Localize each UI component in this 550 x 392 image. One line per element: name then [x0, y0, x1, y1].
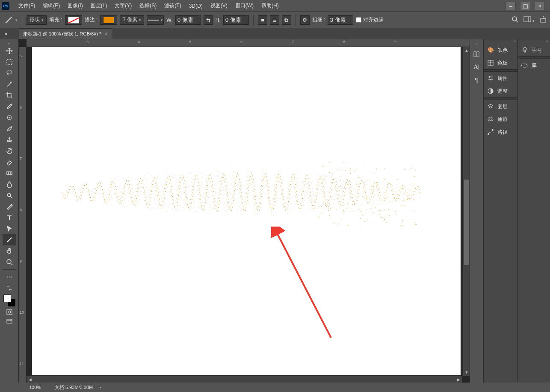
menu-help[interactable]: 帮助(H)	[257, 0, 283, 12]
scroll-up-icon[interactable]: ▲	[463, 47, 470, 54]
dock-collapse-icon[interactable]: »	[518, 39, 550, 44]
tool-healing[interactable]	[3, 112, 16, 123]
ruler-vertical[interactable]: 5 6 7 8 9 10 11	[19, 47, 27, 383]
tool-move[interactable]	[3, 45, 16, 56]
svg-point-140	[329, 162, 330, 163]
tool-dodge[interactable]	[3, 190, 16, 201]
zoom-level[interactable]: 100%	[22, 385, 48, 390]
menu-filter[interactable]: 滤镜(T)	[160, 0, 185, 12]
canvas-viewport[interactable]	[27, 47, 462, 375]
panel-channels[interactable]: 通道	[484, 113, 517, 126]
vertical-scrollbar[interactable]: ▲ ▼	[463, 47, 470, 376]
history-icon[interactable]	[472, 50, 481, 59]
tool-preset-icon[interactable]	[4, 16, 13, 24]
tool-line[interactable]	[3, 234, 16, 245]
window-close-icon[interactable]: ×	[535, 2, 545, 10]
foreground-color-swatch[interactable]	[3, 295, 11, 302]
document-canvas[interactable]	[32, 47, 461, 375]
tool-zoom[interactable]	[3, 256, 16, 268]
width-input[interactable]	[175, 15, 201, 25]
align-edges-checkbox[interactable]: 对齐边缘	[356, 16, 384, 24]
tool-blur[interactable]	[3, 179, 16, 190]
tool-lasso[interactable]	[3, 68, 16, 79]
tool-eyedropper[interactable]	[3, 101, 16, 112]
tool-hand[interactable]	[3, 245, 16, 256]
tool-pen[interactable]	[3, 201, 16, 212]
scroll-left-icon[interactable]: ◀	[27, 376, 33, 383]
menu-window[interactable]: 窗口(W)	[231, 0, 257, 12]
path-align-icon[interactable]: ≣	[270, 15, 279, 25]
doc-size-readout[interactable]: 文档:5.93M/3.00M	[55, 384, 93, 391]
panel-learn[interactable]: 学习	[518, 44, 550, 56]
tool-edit-toolbar[interactable]: ⋯	[3, 271, 16, 283]
document-tab[interactable]: 未标题-1 @ 100% (形状 1, RGB/8#) * ×	[19, 28, 112, 39]
menu-type[interactable]: 文字(Y)	[111, 0, 136, 12]
fill-picker[interactable]	[65, 15, 82, 25]
panel-adjustments[interactable]: 调整	[484, 85, 517, 97]
tool-brush[interactable]	[3, 123, 16, 134]
search-icon[interactable]	[512, 16, 518, 24]
menu-layer[interactable]: 图层(L)	[87, 0, 111, 12]
gear-icon[interactable]: ⚙	[300, 15, 310, 25]
svg-point-58	[414, 176, 415, 177]
tool-clone-stamp[interactable]	[3, 134, 16, 145]
menu-file[interactable]: 文件(F)	[15, 0, 39, 12]
svg-rect-17	[7, 309, 12, 315]
stroke-style-dropdown[interactable]: ▾	[147, 15, 164, 25]
height-input[interactable]	[223, 15, 249, 25]
svg-point-26	[377, 182, 378, 183]
ruler-horizontal[interactable]: 3 4 5 6 7 8 9	[27, 39, 470, 47]
panel-properties[interactable]: 属性	[484, 72, 517, 85]
panel-swatches[interactable]: 色板	[484, 56, 517, 69]
panel-libraries[interactable]: 库	[518, 59, 550, 72]
svg-point-96	[400, 225, 401, 226]
panel-paths[interactable]: 路径	[484, 126, 517, 139]
tool-type[interactable]	[3, 212, 16, 223]
path-arrange-icon[interactable]: ⧉	[282, 15, 291, 25]
tool-magic-wand[interactable]	[3, 79, 16, 90]
menu-image[interactable]: 图像(I)	[64, 0, 86, 12]
status-flyout-icon[interactable]: ▸	[100, 385, 102, 389]
menu-select[interactable]: 选择(S)	[136, 0, 160, 12]
character-icon[interactable]: A|	[472, 62, 481, 72]
menu-view[interactable]: 视图(V)	[207, 0, 231, 12]
tool-gradient[interactable]	[3, 168, 16, 179]
window-maximize-icon[interactable]: ▢	[520, 2, 530, 10]
tabbar-collapse-icon[interactable]: »	[2, 28, 10, 39]
tool-path-selection[interactable]	[3, 223, 16, 234]
swap-colors-icon[interactable]	[5, 284, 14, 292]
chevron-down-icon: ▾	[161, 18, 163, 22]
tool-preset-dropdown-icon[interactable]: ▾	[15, 18, 18, 22]
channels-icon	[487, 116, 494, 123]
stroke-picker[interactable]	[100, 15, 117, 25]
horizontal-scrollbar[interactable]: ◀ ▶	[27, 376, 462, 383]
window-minimize-icon[interactable]: –	[506, 2, 516, 10]
shape-mode-dropdown[interactable]: 形状 ▾	[27, 15, 47, 25]
panel-color[interactable]: 🎨 颜色	[484, 44, 517, 56]
strip-collapse-icon[interactable]: «	[470, 42, 483, 46]
weight-input[interactable]	[328, 15, 353, 25]
link-wh-icon[interactable]: ⇆	[204, 15, 213, 25]
paragraph-icon[interactable]: ¶	[472, 75, 481, 85]
tool-marquee[interactable]	[3, 56, 16, 68]
tool-crop[interactable]	[3, 90, 16, 101]
share-icon[interactable]	[540, 16, 547, 24]
path-operations-icon[interactable]: ■	[258, 15, 267, 25]
scroll-right-icon[interactable]: ▶	[455, 376, 462, 383]
quick-mask-icon[interactable]	[5, 308, 14, 316]
tool-eraser[interactable]	[3, 156, 16, 168]
close-tab-icon[interactable]: ×	[104, 31, 107, 37]
workspace-switcher-icon[interactable]: ▾	[523, 16, 535, 24]
dock-collapse-icon[interactable]: »	[484, 39, 517, 44]
menu-3d[interactable]: 3D(D)	[185, 0, 207, 12]
scroll-thumb[interactable]	[464, 180, 469, 265]
menu-edit[interactable]: 编辑(E)	[39, 0, 64, 12]
scroll-down-icon[interactable]: ▼	[463, 369, 470, 376]
panel-layers[interactable]: 图层	[484, 100, 517, 113]
toolbox-collapse-icon[interactable]: «	[8, 41, 11, 45]
tool-history-brush[interactable]	[3, 145, 16, 156]
color-swatches[interactable]	[3, 295, 15, 307]
ruler-tick: 9	[394, 40, 396, 44]
screen-mode-icon[interactable]	[5, 318, 14, 325]
stroke-width-dropdown[interactable]: 7 像素 ▾	[120, 15, 144, 25]
